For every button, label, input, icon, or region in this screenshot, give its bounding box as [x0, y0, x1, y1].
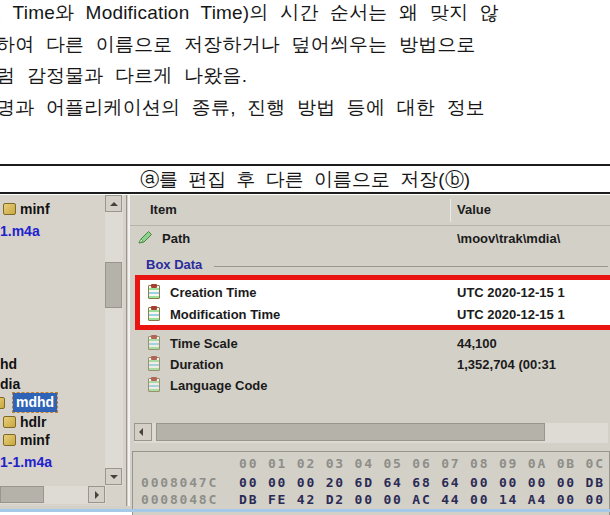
row-time-scale[interactable]: Time Scale 44,100	[130, 334, 610, 355]
property-grid-panel: Item Value Path \moov\trak\mdia\ Box Dat…	[128, 195, 610, 506]
row-value: UTC 2020-12-15 1	[457, 307, 565, 322]
document-paragraph: , Time와 Modification Time)의 시간 순서는 왜 맞지 …	[0, 0, 610, 123]
tree-node-label: hdlr	[20, 414, 46, 430]
arrow-down-icon	[110, 475, 118, 479]
box-icon	[3, 416, 16, 428]
window-bottom-edge	[0, 509, 610, 512]
row-creation-time[interactable]: Creation Time UTC 2020-12-15 1	[130, 283, 610, 304]
paragraph-line: , Time와 Modification Time)의 시간 순서는 왜 맞지 …	[0, 0, 610, 29]
box-icon	[0, 397, 5, 409]
clipboard-icon	[148, 336, 160, 350]
row-value: UTC 2020-12-15 1	[457, 285, 565, 300]
row-label: Path	[162, 231, 190, 246]
row-language-code[interactable]: Language Code	[130, 376, 610, 397]
clipboard-icon	[148, 357, 160, 371]
box-tree-panel: minf 1.m4a hd dia mdhd hdlr minf 1-1.m4a	[0, 195, 127, 506]
scrollbar-thumb[interactable]	[105, 262, 122, 308]
clipboard-icon	[148, 378, 160, 392]
box-icon	[3, 203, 16, 215]
tree-node-label: minf	[20, 432, 50, 448]
tree-node-label: dia	[0, 376, 20, 392]
row-modification-time[interactable]: Modification Time UTC 2020-12-15 1	[130, 305, 610, 326]
hex-offset: 0008047C	[141, 475, 218, 490]
scroll-left-button[interactable]	[134, 423, 152, 441]
scroll-right-button[interactable]	[88, 486, 105, 503]
hex-bytes: DB FE 42 D2 00 00 AC 44 00 14 A4 00 00	[239, 492, 605, 507]
arrow-up-icon	[110, 202, 118, 206]
row-path[interactable]: Path \moov\trak\mdia\	[130, 229, 610, 250]
row-label: Language Code	[170, 378, 268, 393]
figure-caption: ⓐ를 편집 후 다른 이름으로 저장(ⓑ)	[0, 164, 610, 194]
tree-node-label: 1-1.m4a	[0, 454, 52, 470]
paragraph-line: 럼 감정물과 다르게 나왔음.	[0, 60, 610, 92]
grid-header: Item Value	[130, 195, 610, 226]
tree-node-label: mdhd	[13, 393, 57, 412]
hex-offset: 0008048C	[141, 492, 218, 507]
row-value: 44,100	[457, 336, 497, 351]
tree-node-label: 1.m4a	[0, 223, 40, 239]
row-value: \moov\trak\mdia\	[457, 231, 560, 246]
row-label: Creation Time	[170, 285, 256, 300]
group-label: Box Data	[146, 257, 202, 272]
box-icon	[3, 434, 16, 446]
column-divider[interactable]	[450, 199, 451, 222]
group-divider-line	[214, 266, 608, 267]
tree-vertical-scrollbar[interactable]	[105, 195, 123, 486]
clipboard-icon	[148, 285, 160, 299]
arrow-left-icon	[139, 428, 143, 436]
row-label: Modification Time	[170, 307, 280, 322]
row-value: 1,352,704 (00:31	[457, 357, 556, 372]
hex-header-bytes: 00 01 02 03 04 05 06 07 08 09 0A 0B 0C	[239, 456, 605, 471]
scrollbar-thumb[interactable]	[0, 486, 44, 503]
tree-node-label: hd	[0, 356, 17, 372]
row-label: Time Scale	[170, 336, 238, 351]
row-duration[interactable]: Duration 1,352,704 (00:31	[130, 355, 610, 376]
box-analyzer-window: minf 1.m4a hd dia mdhd hdlr minf 1-1.m4a	[0, 195, 610, 512]
group-box-data: Box Data	[130, 257, 610, 278]
row-label: Duration	[170, 357, 223, 372]
clipboard-icon	[148, 307, 160, 321]
scroll-down-button[interactable]	[105, 468, 122, 485]
tree-horizontal-scrollbar[interactable]	[0, 486, 106, 504]
paragraph-line: 하여 다른 이름으로 저장하거나 덮어씌우는 방법으로	[0, 29, 610, 61]
pencil-icon	[138, 230, 153, 245]
scroll-up-button[interactable]	[105, 195, 122, 212]
paragraph-line: 명과 어플리케이션의 종류, 진행 방법 등에 대한 정보	[0, 92, 610, 124]
grid-horizontal-scrollbar[interactable]	[134, 423, 608, 443]
hex-bytes: 00 00 00 20 6D 64 68 64 00 00 00 00 DB	[239, 475, 605, 490]
hex-viewer: 00 01 02 03 04 05 06 07 08 09 0A 0B 0C 0…	[132, 451, 610, 515]
column-header-item[interactable]: Item	[150, 202, 177, 217]
column-header-value[interactable]: Value	[457, 202, 491, 217]
arrow-right-icon	[95, 491, 99, 499]
tree-node-label: minf	[20, 201, 50, 217]
scrollbar-thumb[interactable]	[156, 423, 545, 441]
